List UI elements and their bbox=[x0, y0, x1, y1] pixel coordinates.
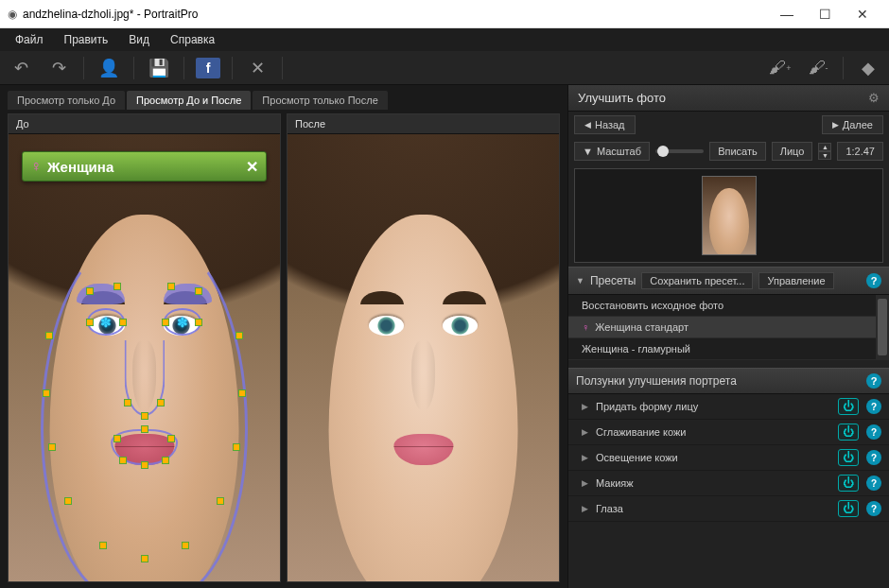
brush-add-button[interactable]: 🖌+ bbox=[767, 55, 793, 81]
undo-button[interactable]: ↶ bbox=[8, 55, 34, 81]
back-button[interactable]: ◀Назад bbox=[574, 115, 636, 134]
close-button[interactable]: ✕ bbox=[844, 1, 881, 27]
chevron-right-icon: ▶ bbox=[582, 453, 588, 462]
chevron-down-icon: ▼ bbox=[583, 146, 593, 157]
separator bbox=[843, 57, 844, 79]
window-title: andzhelina-dzholi.jpg* - PortraitPro bbox=[23, 8, 768, 21]
separator bbox=[83, 57, 84, 79]
tab-before-only[interactable]: Просмотр только До bbox=[8, 91, 125, 110]
menu-help[interactable]: Справка bbox=[161, 30, 224, 49]
slider-thumb[interactable] bbox=[657, 146, 669, 157]
next-button[interactable]: ▶Далее bbox=[822, 115, 883, 134]
help-icon[interactable]: ? bbox=[866, 501, 881, 516]
view-tabs: Просмотр только До Просмотр До и После П… bbox=[4, 91, 564, 110]
app-icon: ◉ bbox=[8, 8, 17, 21]
power-toggle[interactable]: ⏻ bbox=[838, 475, 859, 492]
sliders-list: ▶Придать форму лицу⏻? ▶Сглаживание кожи⏻… bbox=[568, 394, 889, 522]
help-icon[interactable]: ? bbox=[866, 399, 881, 414]
window-titlebar: ◉ andzhelina-dzholi.jpg* - PortraitPro —… bbox=[0, 0, 889, 28]
layers-button[interactable]: ◆ bbox=[855, 55, 881, 81]
sliders-header: Ползунки улучшения портрета ? bbox=[568, 368, 889, 394]
nav-row: ◀Назад ▶Далее bbox=[568, 112, 889, 138]
slider-face-shape[interactable]: ▶Придать форму лицу⏻? bbox=[568, 394, 889, 420]
chevron-right-icon: ▶ bbox=[582, 427, 588, 437]
power-toggle[interactable]: ⏻ bbox=[838, 449, 859, 466]
tab-after-only[interactable]: Просмотр только После bbox=[253, 91, 387, 110]
zoom-slider[interactable] bbox=[655, 149, 704, 153]
menu-file[interactable]: Файл bbox=[6, 30, 53, 49]
help-icon[interactable]: ? bbox=[866, 273, 881, 288]
separator bbox=[282, 57, 283, 79]
before-label: До bbox=[9, 114, 280, 134]
toolbar: ↶ ↷ 👤 💾 f ✕ 🖌+ 🖌- ◆ bbox=[0, 51, 889, 85]
fit-button[interactable]: Вписать bbox=[709, 142, 766, 161]
slider-makeup[interactable]: ▶Макияж⏻? bbox=[568, 471, 889, 496]
slider-skin-lighting[interactable]: ▶Освещение кожи⏻? bbox=[568, 445, 889, 471]
redo-button[interactable]: ↷ bbox=[45, 55, 72, 81]
power-toggle[interactable]: ⏻ bbox=[838, 398, 859, 415]
maximize-button[interactable]: ☐ bbox=[806, 1, 844, 27]
power-toggle[interactable]: ⏻ bbox=[838, 424, 859, 441]
zoom-spinner[interactable]: ▲▼ bbox=[818, 143, 831, 160]
after-image[interactable] bbox=[288, 134, 559, 581]
after-label: После bbox=[288, 114, 559, 134]
scrollbar[interactable] bbox=[876, 295, 889, 360]
tab-before-after[interactable]: Просмотр До и После bbox=[127, 91, 251, 110]
manage-presets-button[interactable]: Управление bbox=[758, 272, 833, 289]
before-image[interactable]: ♀ Женщина ✕ bbox=[9, 134, 280, 581]
scale-label[interactable]: ▼Масштаб bbox=[574, 142, 650, 161]
workspace: Просмотр только До Просмотр До и После П… bbox=[0, 85, 567, 588]
slider-skin-smoothing[interactable]: ▶Сглаживание кожи⏻? bbox=[568, 420, 889, 445]
presets-header[interactable]: ▼ Пресеты Сохранить пресет... Управление… bbox=[568, 267, 889, 295]
help-icon[interactable]: ? bbox=[866, 424, 881, 440]
gender-tag[interactable]: ♀ Женщина ✕ bbox=[22, 151, 267, 182]
preset-restore[interactable]: Восстановить исходное фото bbox=[568, 295, 889, 317]
face-button[interactable]: Лицо bbox=[772, 142, 813, 161]
zoom-ratio: 1:2.47 bbox=[837, 142, 883, 161]
save-preset-button[interactable]: Сохранить пресет... bbox=[641, 272, 753, 289]
separator bbox=[232, 57, 233, 79]
preset-standard[interactable]: ♀Женщина стандарт bbox=[568, 317, 889, 338]
female-icon: ♀ bbox=[30, 158, 42, 175]
preset-list: Восстановить исходное фото ♀Женщина стан… bbox=[568, 295, 889, 360]
right-panel: Улучшить фото ⚙ ◀Назад ▶Далее ▼Масштаб В… bbox=[567, 85, 889, 588]
chevron-down-icon: ▼ bbox=[576, 276, 584, 285]
minimize-button[interactable]: — bbox=[768, 1, 806, 27]
gender-label: Женщина bbox=[47, 159, 113, 175]
preset-glamour[interactable]: Женщина - гламурный bbox=[568, 338, 889, 360]
sliders-title: Ползунки улучшения портрета bbox=[576, 374, 737, 388]
gender-close-icon[interactable]: ✕ bbox=[246, 158, 258, 176]
menu-view[interactable]: Вид bbox=[119, 30, 159, 49]
menu-edit[interactable]: Править bbox=[55, 30, 118, 49]
slider-eyes[interactable]: ▶Глаза⏻? bbox=[568, 496, 889, 522]
brush-remove-button[interactable]: 🖌- bbox=[805, 55, 831, 81]
after-view: После bbox=[287, 113, 560, 582]
help-icon[interactable]: ? bbox=[866, 450, 881, 465]
save-button[interactable]: 💾 bbox=[146, 55, 172, 81]
help-icon[interactable]: ? bbox=[866, 476, 881, 491]
help-icon[interactable]: ? bbox=[866, 373, 881, 389]
chevron-right-icon: ▶ bbox=[582, 402, 588, 411]
presets-title: Пресеты bbox=[590, 274, 636, 287]
separator bbox=[133, 57, 134, 79]
before-view: До ♀ Женщина ✕ bbox=[8, 113, 281, 582]
navigator-thumbnail[interactable] bbox=[574, 168, 883, 263]
panel-header: Улучшить фото ⚙ bbox=[568, 85, 889, 112]
panel-title: Улучшить фото bbox=[578, 91, 666, 105]
add-person-button[interactable]: 👤 bbox=[96, 55, 122, 81]
menu-bar: Файл Править Вид Справка bbox=[0, 28, 889, 51]
scale-row: ▼Масштаб Вписать Лицо ▲▼ 1:2.47 bbox=[568, 138, 889, 164]
settings-icon[interactable]: ⚙ bbox=[868, 91, 880, 105]
chevron-right-icon: ▶ bbox=[582, 478, 588, 488]
power-toggle[interactable]: ⏻ bbox=[838, 500, 859, 517]
separator bbox=[183, 57, 184, 79]
chevron-right-icon: ▶ bbox=[582, 504, 588, 513]
facebook-button[interactable]: f bbox=[196, 58, 220, 78]
female-icon: ♀ bbox=[582, 321, 589, 333]
delete-button[interactable]: ✕ bbox=[244, 55, 270, 81]
